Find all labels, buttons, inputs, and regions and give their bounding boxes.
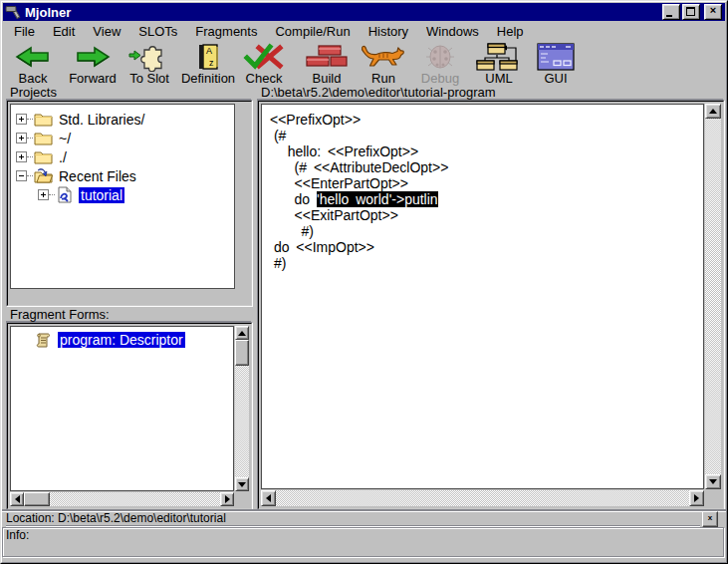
toolbar-button-definition[interactable]: A z Definition [178,41,238,85]
expand-plus-icon[interactable] [16,114,27,125]
projects-panel-label: Projects [6,87,251,100]
menu-item-slots[interactable]: SLOTs [129,22,186,41]
fragment-item-label: program: Descriptor [58,332,185,348]
folder-icon [34,149,54,165]
tree-item-label: tutorial [79,187,124,203]
toolbar-label: Check [246,72,283,85]
expand-plus-icon[interactable] [16,151,27,162]
check-x-icon [243,41,285,72]
titlebar[interactable]: Mjolner × [3,3,725,21]
scroll-right-button[interactable] [689,490,704,506]
toolbar-label: Debug [421,72,459,85]
fragment-item-program[interactable]: program: Descriptor [11,327,233,350]
minimize-button[interactable] [662,4,680,20]
info-panel: Info: [2,527,724,557]
menu-item-windows[interactable]: Windows [417,22,488,41]
menu-item-fragments[interactable]: Fragments [186,22,266,41]
expand-plus-icon[interactable] [38,189,49,200]
scroll-left-button[interactable] [261,490,276,506]
toolbar-button-forward[interactable]: Forward [65,41,121,85]
horizontal-scrollbar[interactable] [10,492,234,506]
collapse-minus-icon[interactable] [16,170,27,181]
puzzle-icon [127,41,171,72]
toolbar-button-build[interactable]: Build [302,41,352,85]
scroll-right-button[interactable] [220,492,234,506]
menu-item-file[interactable]: File [5,22,44,41]
info-label: Info: [3,528,723,541]
toolbar-label: Definition [181,72,235,85]
tree-item-std-libraries[interactable]: Std. Libraries/ [11,110,234,129]
toolbar-button-check[interactable]: Check [240,41,288,85]
scrollbar-thumb[interactable] [24,492,50,506]
toolbar: Back Forward To Slot A z [3,41,725,89]
menu-item-view[interactable]: View [84,22,129,41]
info-close-button[interactable]: x [702,511,718,527]
window-title: Mjolner [25,5,662,20]
toolbar-label: Run [371,72,395,85]
uml-diagram-icon [476,41,522,72]
menu-item-edit[interactable]: Edit [44,22,84,41]
close-button[interactable]: × [704,4,722,20]
running-cat-icon [359,41,408,72]
gui-window-icon [537,41,575,72]
editor-panel-label: D:\beta\r5.2\demo\editor\tutorial-progra… [257,87,723,100]
toolbar-button-uml[interactable]: UML [475,41,523,85]
toolbar-label: Build [313,72,342,85]
selected-code-line: do 'hello world'->putlin [270,191,700,207]
beta-file-icon [56,187,76,203]
vertical-scrollbar[interactable] [235,326,249,491]
scrollbar-thumb[interactable] [235,340,249,366]
tree-item-current-dir[interactable]: ./ [11,147,234,166]
tree-item-label: ./ [57,149,69,165]
menu-item-history[interactable]: History [360,22,417,41]
scrollbar-track[interactable] [50,492,220,506]
fragment-forms-list[interactable]: program: Descriptor [10,326,234,491]
scroll-up-button[interactable] [705,104,721,119]
projects-tree[interactable]: Std. Libraries/ ~/ [10,104,235,289]
scroll-left-button[interactable] [10,492,24,506]
book-icon: A z [195,41,221,72]
horizontal-scrollbar[interactable] [261,490,704,506]
toolbar-label: UML [485,72,512,85]
toolbar-button-gui[interactable]: GUI [533,41,579,85]
toolbar-label: Back [19,72,48,85]
toolbar-label: GUI [544,72,567,85]
code-editor[interactable]: <<PrefixOpt>> (# hello: <<PrefixOpt>> (#… [261,104,704,489]
scroll-icon [35,332,55,348]
scroll-down-button[interactable] [235,477,249,491]
expand-plus-icon[interactable] [16,133,27,143]
tree-item-home[interactable]: ~/ [11,129,234,147]
bricks-icon [304,41,350,72]
menubar: File Edit View SLOTs Fragments Compile/R… [3,22,725,41]
menu-item-help[interactable]: Help [488,22,533,41]
tree-item-tutorial[interactable]: tutorial [11,185,234,204]
code-selection: 'hello world'->putlin [317,191,438,207]
toolbar-button-debug[interactable]: Debug [417,41,463,85]
scrollbar-track[interactable] [705,119,721,474]
svg-text:A: A [206,46,212,56]
scrollbar-track[interactable] [235,366,249,477]
forward-arrow-icon [74,41,112,72]
scroll-down-button[interactable] [705,474,721,489]
toolbar-button-run[interactable]: Run [356,41,411,85]
folder-icon [34,112,54,128]
folder-icon [34,131,54,146]
toolbar-button-to-slot[interactable]: To Slot [124,41,174,85]
vertical-scrollbar[interactable] [705,104,721,489]
editor-panel: <<PrefixOpt>> (# hello: <<PrefixOpt>> (#… [257,100,725,510]
projects-panel: Std. Libraries/ ~/ [6,100,253,307]
scrollbar-track[interactable] [276,490,689,506]
tree-item-recent-files[interactable]: Recent Files [11,166,234,185]
hammer-icon [5,4,21,20]
tree-item-label: Std. Libraries/ [57,112,146,128]
menu-item-compile-run[interactable]: Compile/Run [266,22,359,41]
scroll-up-button[interactable] [235,326,249,340]
toolbar-label: To Slot [129,72,169,85]
tree-item-label: Recent Files [57,168,138,184]
toolbar-button-back[interactable]: Back [9,41,57,85]
svg-text:z: z [209,58,214,68]
code-text: <<PrefixOpt>> (# hello: <<PrefixOpt>> (#… [263,106,702,487]
toolbar-label: Forward [69,72,117,85]
maximize-button[interactable] [682,4,700,20]
fragment-forms-panel: program: Descriptor [6,322,253,510]
